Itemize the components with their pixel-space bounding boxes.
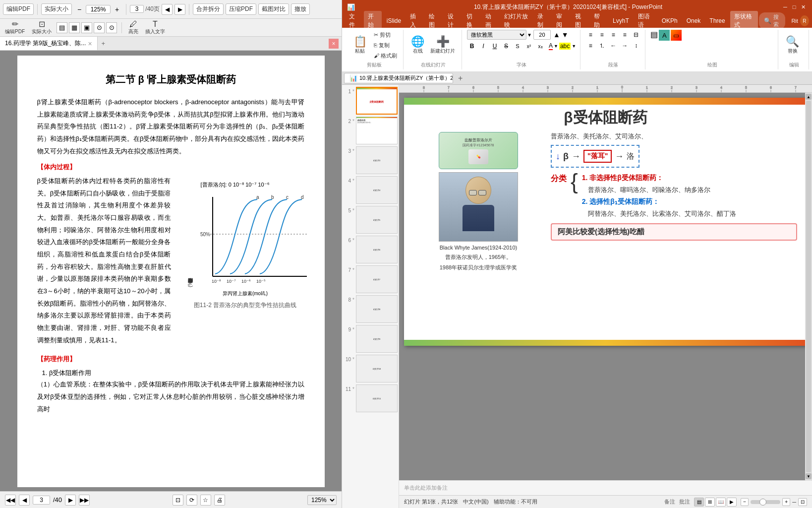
replace-btn[interactable]: 🔍 替换 xyxy=(783,34,802,56)
slide-thumb-8[interactable]: 8 * 幻灯片8 xyxy=(344,295,397,323)
slide-thumb-6[interactable]: 6 * 幻灯片6 xyxy=(344,236,397,263)
slide-thumb-9[interactable]: 9 * 幻灯片9 xyxy=(344,325,397,353)
next-nav-btn[interactable]: ▶ xyxy=(65,495,76,506)
slide-sorter-btn[interactable]: ⊞ xyxy=(705,498,715,507)
font-size-down-icon[interactable]: ▼ xyxy=(562,31,569,39)
view-btn-5[interactable]: ⊙ xyxy=(106,22,117,33)
line-spacing-btn[interactable]: ↕ xyxy=(631,41,641,51)
align-center-btn[interactable]: ≡ xyxy=(597,30,607,40)
compress-btn[interactable]: 压缩PDF xyxy=(226,3,256,15)
page-nav-input[interactable] xyxy=(33,496,50,505)
edit-pdf-btn[interactable]: 编辑PDF xyxy=(3,3,34,15)
more-btn[interactable]: 撤放 xyxy=(291,3,310,15)
slide-thumb-7[interactable]: 7 * 幻灯片7 xyxy=(344,265,397,293)
zoom-in-btn[interactable]: + xyxy=(112,4,122,15)
insert-text-btn[interactable]: T 插入文字 xyxy=(143,19,167,36)
menu-islide[interactable]: iSlide xyxy=(383,16,405,26)
actual-size-icon-btn[interactable]: ⊡ 实际大小 xyxy=(30,19,54,36)
slide-img-1[interactable]: β受体阻断药 xyxy=(356,87,398,115)
restore-btn[interactable]: □ xyxy=(790,3,798,11)
bold-btn[interactable]: B xyxy=(467,41,477,51)
underline-btn[interactable]: U xyxy=(490,41,500,51)
font-size-input[interactable] xyxy=(533,30,551,40)
search-box[interactable]: 🔍 搜索 xyxy=(759,12,786,29)
paste-btn[interactable]: 📋 粘贴 xyxy=(349,34,371,56)
zoom-input[interactable] xyxy=(86,5,111,14)
highlight-btn[interactable]: abc xyxy=(559,43,571,50)
view-btn-4[interactable]: ⊙ xyxy=(94,22,105,33)
view-btn-2[interactable]: ▦ xyxy=(69,22,80,33)
prev-nav-btn[interactable]: ◀ xyxy=(19,495,30,506)
shape-fill-btn[interactable]: ▭ xyxy=(671,30,682,41)
slide-img-2[interactable]: 药理作用 β受体阻断药理作用... xyxy=(356,117,398,144)
quick-style-btn[interactable]: A xyxy=(659,30,670,41)
notes-btn[interactable]: 备注 xyxy=(664,498,675,506)
slide-img-6[interactable]: 幻灯片6 xyxy=(356,236,398,263)
align-right-btn[interactable]: ≡ xyxy=(608,30,618,40)
split-merge-btn[interactable]: 合并拆分 xyxy=(193,3,224,15)
first-page-btn[interactable]: ◀◀ xyxy=(5,495,16,506)
ppt-slide-panel[interactable]: 1 * β受体阻断药 2 * 药理作用 β受体阻断药理作用... xyxy=(342,85,399,508)
scroll-down-btn[interactable]: ▼ xyxy=(806,473,812,479)
slide-thumb-11[interactable]: 11 * 幻灯片11 xyxy=(344,384,397,412)
scroll-thumb[interactable] xyxy=(806,101,811,472)
decrease-indent-btn[interactable]: ← xyxy=(608,41,618,51)
slide-img-3[interactable]: 幻灯片3 xyxy=(356,146,398,174)
slide-img-10[interactable]: 幻灯片10 xyxy=(356,355,398,382)
slide-img-9[interactable]: 幻灯片9 xyxy=(356,325,398,353)
font-color-dropdown[interactable]: ▼ xyxy=(554,44,558,49)
scroll-up-btn[interactable]: ▲ xyxy=(806,94,812,100)
slide-img-11[interactable]: 幻灯片11 xyxy=(356,384,398,412)
superscript-btn[interactable]: x² xyxy=(524,41,534,51)
slide-thumb-3[interactable]: 3 * 幻灯片3 xyxy=(344,146,397,174)
format-painter-btn[interactable]: 🖌 格式刷 xyxy=(372,51,399,61)
edit-pdf-icon-btn[interactable]: ✏ 编辑PDF xyxy=(3,19,27,36)
arrange-btn[interactable]: ▤ xyxy=(650,30,658,41)
online-slides-btn[interactable]: 🌐 在线 xyxy=(408,34,427,56)
zoom-slider[interactable] xyxy=(751,500,780,504)
align-left-btn[interactable]: ≡ xyxy=(585,30,595,40)
slide-thumb-5[interactable]: 5 * 幻灯片5 xyxy=(344,206,397,234)
menu-lvyht[interactable]: LvyhT xyxy=(609,16,633,26)
canvas-scrollbar[interactable]: ▲ ▼ xyxy=(805,93,812,480)
font-size-up-icon[interactable]: ▲ xyxy=(553,31,560,39)
user-avatar[interactable]: R xyxy=(800,15,809,26)
strikethrough-btn[interactable]: S xyxy=(501,41,511,51)
copy-btn[interactable]: ⎘ 复制 xyxy=(372,41,399,50)
normal-view-btn[interactable]: ▤ xyxy=(694,498,704,507)
slide-thumb-4[interactable]: 4 * 幻灯片4 xyxy=(344,176,397,204)
zoom-out-btn[interactable]: − xyxy=(74,4,85,15)
menu-okph[interactable]: OKPh xyxy=(658,16,682,26)
zoom-in-status-btn[interactable]: + xyxy=(782,498,790,506)
slide-img-7[interactable]: 幻灯片7 xyxy=(356,265,398,293)
doc-tab-add-btn[interactable]: + xyxy=(454,73,466,84)
pdf-page-scroll[interactable]: 第二节 β 肾上腺素受体阻断药 β肾上腺素受体阻断药（β-adrenocepto… xyxy=(0,51,342,491)
view-btn-3[interactable]: ▣ xyxy=(81,22,92,33)
zoom-dropdown[interactable]: 125% 100% 150% xyxy=(307,495,337,505)
doc-tab-active[interactable]: 📊 10.肾上腺素受体阻断药ZY（第十章）20201024[兼容模式] × xyxy=(344,73,453,83)
next-page-btn[interactable]: ▶ xyxy=(174,4,185,15)
slide-img-4[interactable]: 幻灯片4 xyxy=(356,176,398,204)
highlight-dropdown[interactable]: ▼ xyxy=(572,44,576,49)
fit-slide-btn[interactable]: ⊡ xyxy=(798,498,807,506)
bullets-btn[interactable]: ≡ xyxy=(585,41,595,51)
slide-title-text[interactable]: β受体阻断药 xyxy=(419,108,792,128)
numbering-btn[interactable]: ⒈ xyxy=(597,41,607,51)
fit-page-btn[interactable]: ⊡ xyxy=(173,495,183,506)
tab-close-btn[interactable]: × xyxy=(88,40,92,48)
pdf-tab-active[interactable]: 16.药理学 第9版_杨宝峰、陈... × xyxy=(0,37,98,50)
close-pdf-btn[interactable]: × xyxy=(329,39,339,49)
subscript-btn[interactable]: x₂ xyxy=(535,41,545,51)
slide-img-8[interactable]: 幻灯片8 xyxy=(356,295,398,323)
font-color-btn[interactable]: A xyxy=(549,42,553,50)
tab-add-btn[interactable]: + xyxy=(98,37,110,50)
col-layout-btn[interactable]: ⊟ xyxy=(631,30,641,40)
bookmark-btn[interactable]: ☆ xyxy=(200,495,211,506)
actual-size-btn[interactable]: 实际大小 xyxy=(41,3,72,15)
justify-btn[interactable]: ≡ xyxy=(620,30,630,40)
slide-thumb-2[interactable]: 2 * 药理作用 β受体阻断药理作用... xyxy=(344,117,397,144)
last-page-btn[interactable]: ▶▶ xyxy=(79,495,90,506)
zoom-out-status-btn[interactable]: − xyxy=(741,498,749,506)
highlight-btn[interactable]: 🖊 高亮 xyxy=(126,19,140,36)
new-slide-btn[interactable]: ➕ 新建幻灯片 xyxy=(428,34,458,56)
